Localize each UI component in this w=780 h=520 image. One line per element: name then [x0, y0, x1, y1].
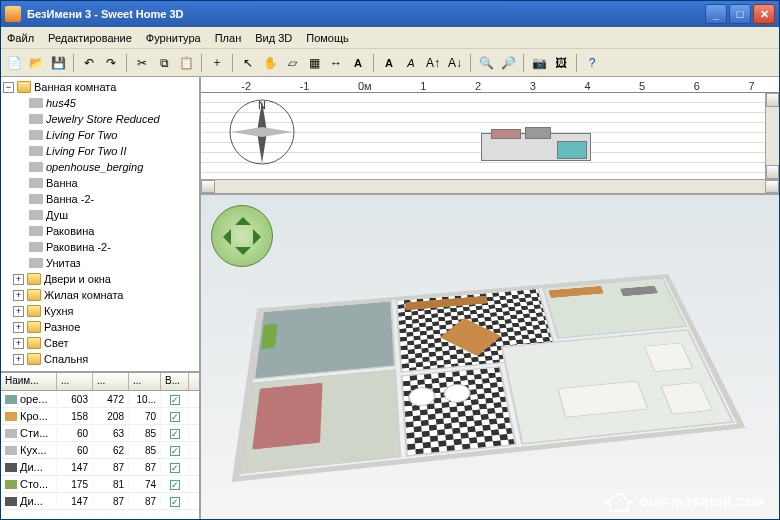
tree-item-fixture[interactable]: Раковина -2-	[29, 239, 197, 255]
tree-item-model[interactable]: Jewelry Store Reduced	[29, 111, 197, 127]
fixture-icon	[29, 258, 43, 268]
tree-item-model[interactable]: Living For Two	[29, 127, 197, 143]
view-3d[interactable]: OUR-INTERIOR.COM	[201, 195, 779, 519]
ruler-mark: 5	[639, 80, 645, 92]
new-file-icon[interactable]: 📄	[5, 54, 23, 72]
expand-icon[interactable]: +	[13, 322, 24, 333]
menu-edit[interactable]: Редактирование	[48, 32, 132, 44]
close-button[interactable]: ✕	[753, 4, 775, 24]
text-icon[interactable]: A	[349, 54, 367, 72]
room-icon[interactable]: ▦	[305, 54, 323, 72]
col-name[interactable]: Наим...	[1, 373, 57, 390]
collapse-icon[interactable]: −	[3, 82, 14, 93]
paste-icon[interactable]: 📋	[177, 54, 195, 72]
zoom-out-icon[interactable]: 🔎	[499, 54, 517, 72]
zoom-in-icon[interactable]: 🔍	[477, 54, 495, 72]
menu-furniture[interactable]: Фурнитура	[146, 32, 201, 44]
tree-label: Унитаз	[46, 257, 81, 269]
open-icon[interactable]: 📂	[27, 54, 45, 72]
expand-icon[interactable]: +	[13, 338, 24, 349]
nav-left-icon[interactable]	[215, 229, 231, 245]
visible-checkbox[interactable]: ✓	[170, 395, 180, 405]
col-d[interactable]: ...	[93, 373, 129, 390]
minimize-button[interactable]: _	[705, 4, 727, 24]
folder-icon	[27, 273, 41, 285]
menu-3dview[interactable]: Вид 3D	[255, 32, 292, 44]
col-h[interactable]: ...	[129, 373, 161, 390]
plan-scrollbar-v[interactable]	[765, 93, 779, 179]
tree-label: Ванная комната	[34, 81, 116, 93]
visible-checkbox[interactable]: ✓	[170, 463, 180, 473]
tree-category[interactable]: +Свет	[13, 335, 197, 351]
add-furniture-icon[interactable]: ＋	[208, 54, 226, 72]
tree-item-fixture[interactable]: Унитаз	[29, 255, 197, 271]
cut-icon[interactable]: ✂	[133, 54, 151, 72]
copy-icon[interactable]: ⧉	[155, 54, 173, 72]
camera-icon[interactable]: 📷	[530, 54, 548, 72]
expand-icon[interactable]: +	[13, 290, 24, 301]
visible-checkbox[interactable]: ✓	[170, 429, 180, 439]
col-vis[interactable]: В...	[161, 373, 189, 390]
separator	[523, 54, 524, 72]
redo-icon[interactable]: ↷	[102, 54, 120, 72]
tree-item-model[interactable]: hus45	[29, 95, 197, 111]
nav-right-icon[interactable]	[253, 229, 269, 245]
plan-mini-model[interactable]	[481, 123, 601, 167]
catalog-tree[interactable]: − Ванная комната hus45Jewelry Store Redu…	[1, 77, 199, 371]
visible-checkbox[interactable]: ✓	[170, 446, 180, 456]
tree-item-fixture[interactable]: Душ	[29, 207, 197, 223]
wall-icon[interactable]: ▱	[283, 54, 301, 72]
text-bold-icon[interactable]: A	[380, 54, 398, 72]
plan-canvas[interactable]: N	[201, 93, 779, 179]
folder-icon	[27, 337, 41, 349]
save-icon[interactable]: 💾	[49, 54, 67, 72]
table-row[interactable]: Ди... 147 87 87 ✓	[1, 493, 199, 510]
tree-category[interactable]: +Кухня	[13, 303, 197, 319]
expand-icon[interactable]: +	[13, 274, 24, 285]
table-row[interactable]: оре... 603 472 10... ✓	[1, 391, 199, 408]
select-icon[interactable]: ↖	[239, 54, 257, 72]
fixture-icon	[29, 226, 43, 236]
tree-item-fixture[interactable]: Раковина	[29, 223, 197, 239]
tree-root[interactable]: − Ванная комната	[3, 79, 197, 95]
menu-help[interactable]: Помощь	[306, 32, 349, 44]
photo-icon[interactable]: 🖼	[552, 54, 570, 72]
table-row[interactable]: Ди... 147 87 87 ✓	[1, 459, 199, 476]
tree-category[interactable]: +Двери и окна	[13, 271, 197, 287]
nav-up-icon[interactable]	[235, 209, 251, 225]
nav-down-icon[interactable]	[235, 247, 251, 263]
maximize-button[interactable]: □	[729, 4, 751, 24]
tree-label: hus45	[46, 97, 76, 109]
plan-scrollbar-h[interactable]	[201, 179, 779, 193]
pan-icon[interactable]: ✋	[261, 54, 279, 72]
tree-category[interactable]: +Спальня	[13, 351, 197, 367]
dimension-icon[interactable]: ↔	[327, 54, 345, 72]
col-w[interactable]: ...	[57, 373, 93, 390]
undo-icon[interactable]: ↶	[80, 54, 98, 72]
tree-label: Жилая комната	[44, 289, 123, 301]
tree-item-model[interactable]: openhouse_berging	[29, 159, 197, 175]
table-row[interactable]: Сто... 175 81 74 ✓	[1, 476, 199, 493]
tree-label: openhouse_berging	[46, 161, 143, 173]
menu-plan[interactable]: План	[215, 32, 242, 44]
watermark-logo-icon	[604, 491, 634, 513]
font-up-icon[interactable]: A↑	[424, 54, 442, 72]
tree-item-fixture[interactable]: Ванна -2-	[29, 191, 197, 207]
tree-category[interactable]: +Жилая комната	[13, 287, 197, 303]
expand-icon[interactable]: +	[13, 306, 24, 317]
visible-checkbox[interactable]: ✓	[170, 497, 180, 507]
menu-file[interactable]: Файл	[7, 32, 34, 44]
text-italic-icon[interactable]: A	[402, 54, 420, 72]
visible-checkbox[interactable]: ✓	[170, 412, 180, 422]
expand-icon[interactable]: +	[13, 354, 24, 365]
table-row[interactable]: Кро... 158 208 70 ✓	[1, 408, 199, 425]
visible-checkbox[interactable]: ✓	[170, 480, 180, 490]
help-icon[interactable]: ?	[583, 54, 601, 72]
table-row[interactable]: Кух... 60 62 85 ✓	[1, 442, 199, 459]
tree-item-fixture[interactable]: Ванна	[29, 175, 197, 191]
table-row[interactable]: Сти... 60 63 85 ✓	[1, 425, 199, 442]
tree-item-model[interactable]: Living For Two II	[29, 143, 197, 159]
font-down-icon[interactable]: A↓	[446, 54, 464, 72]
tree-category[interactable]: +Разное	[13, 319, 197, 335]
plan-2d[interactable]: -2-10м1234567 0 N	[201, 77, 779, 195]
